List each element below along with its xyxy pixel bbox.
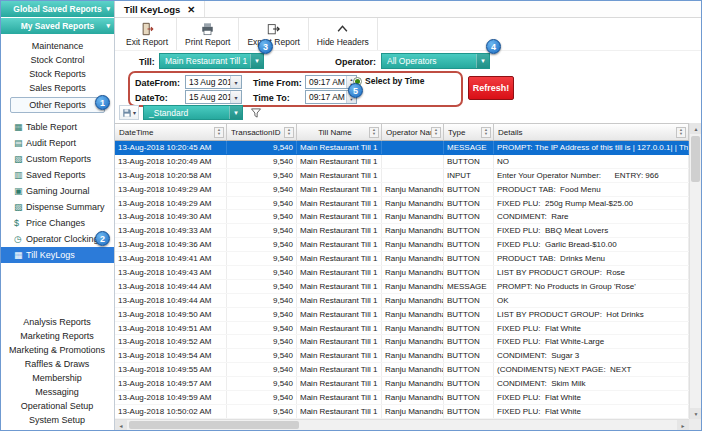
sidebar-item-maintenance[interactable]: Maintenance xyxy=(1,39,114,53)
sidebar-item-till-keylogs[interactable]: ▦Till KeyLogs xyxy=(1,247,114,263)
sort-filter-icon[interactable]: ▲▼ xyxy=(214,127,224,138)
callout-1: 1 xyxy=(95,95,110,110)
table-row[interactable]: 13-Aug-2018 10:49:50 AM9,540Main Restaur… xyxy=(115,308,689,322)
tab-till-keylogs[interactable]: Till KeyLogs ✕ xyxy=(115,1,205,17)
table-row[interactable]: 13-Aug-2018 10:49:36 AM9,540Main Restaur… xyxy=(115,238,689,252)
operator-dropdown[interactable]: All Operators ▾ xyxy=(381,53,490,69)
table-row[interactable]: 13-Aug-2018 10:49:33 AM9,540Main Restaur… xyxy=(115,224,689,238)
export-report-button[interactable]: Export Report xyxy=(239,18,308,50)
sidebar-header-my-saved-reports[interactable]: My Saved Reports ▾ xyxy=(1,18,114,34)
sidebar-item-stock-reports[interactable]: Stock Reports xyxy=(1,67,114,81)
sidebar-item-membership[interactable]: Membership xyxy=(1,371,113,385)
table-row[interactable]: 13-Aug-2018 10:20:58 AM9,540Main Restaur… xyxy=(115,169,689,183)
scroll-left-icon[interactable]: ◄ xyxy=(115,420,127,431)
hide-headers-button[interactable]: Hide Headers xyxy=(309,18,378,50)
sidebar-item-raffles-draws[interactable]: Raffles & Draws xyxy=(1,357,113,371)
table-row[interactable]: 13-Aug-2018 10:49:51 AM9,540Main Restaur… xyxy=(115,322,689,336)
table-row[interactable]: 13-Aug-2018 10:49:30 AM9,540Main Restaur… xyxy=(115,210,689,224)
cell-transaction-id: 9,540 xyxy=(227,377,297,390)
sort-filter-icon[interactable]: ▲▼ xyxy=(676,127,686,138)
table-row[interactable]: 13-Aug-2018 10:49:44 AM9,540Main Restaur… xyxy=(115,294,689,308)
exit-report-button[interactable]: Exit Report xyxy=(118,18,177,50)
cell-datetime: 13-Aug-2018 10:20:45 AM xyxy=(115,141,227,154)
sidebar-item-marketing-promotions[interactable]: Marketing & Promotions xyxy=(1,343,113,357)
table-row[interactable]: 13-Aug-2018 10:49:59 AM9,540Main Restaur… xyxy=(115,391,689,405)
table-row[interactable]: 13-Aug-2018 10:49:29 AM9,540Main Restaur… xyxy=(115,183,689,197)
vertical-scrollbar[interactable]: ▲ ▼ xyxy=(689,123,701,419)
sidebar-item-dispense-summary[interactable]: ▨Dispense Summary xyxy=(1,199,114,215)
table-row[interactable]: 13-Aug-2018 10:49:44 AM9,540Main Restaur… xyxy=(115,280,689,294)
date-from-label: DateFrom: xyxy=(135,78,180,88)
column-header-datetime[interactable]: DateTime▲▼ xyxy=(115,123,227,141)
sidebar: Global Saved Reports ▾ My Saved Reports … xyxy=(1,1,115,430)
table-row[interactable]: 13-Aug-2018 10:20:49 AM9,540Main Restaur… xyxy=(115,155,689,169)
operator-value: All Operators xyxy=(382,56,476,66)
sort-filter-icon[interactable]: ▲▼ xyxy=(481,127,491,138)
scroll-up-icon[interactable]: ▲ xyxy=(690,123,702,134)
table-row[interactable]: 13-Aug-2018 10:49:43 AM9,540Main Restaur… xyxy=(115,266,689,280)
table-row[interactable]: 13-Aug-2018 10:49:54 AM9,540Main Restaur… xyxy=(115,349,689,363)
sidebar-item-gaming-journal[interactable]: ▣Gaming Journal xyxy=(1,183,114,199)
cell-datetime: 13-Aug-2018 10:49:52 AM xyxy=(115,335,227,348)
sidebar-item-marketing-reports[interactable]: Marketing Reports xyxy=(1,329,113,343)
filter-funnel-button[interactable] xyxy=(249,105,263,120)
sidebar-item-stock-control[interactable]: Stock Control xyxy=(1,53,114,67)
layout-dropdown[interactable]: _Standard ▾ xyxy=(143,105,243,120)
refresh-button[interactable]: Refresh! xyxy=(468,76,514,100)
cell-till-name: Main Restaurant Till 1 xyxy=(297,155,382,168)
cell-operator-name: Ranju Manandhar xyxy=(382,210,444,223)
column-header-transactionid[interactable]: TransactionID▲▼ xyxy=(227,123,297,141)
date-from-picker[interactable]: 13 Aug 2018 ▾ xyxy=(185,75,242,89)
cell-till-name: Main Restaurant Till 1 xyxy=(297,210,382,223)
sidebar-header-global-saved-reports[interactable]: Global Saved Reports ▾ xyxy=(1,1,114,17)
horizontal-scrollbar[interactable]: ◄ ► xyxy=(115,419,689,430)
table-row[interactable]: 13-Aug-2018 10:49:55 AM9,540Main Restaur… xyxy=(115,363,689,377)
table-row[interactable]: 13-Aug-2018 10:49:29 AM9,540Main Restaur… xyxy=(115,197,689,211)
table-row[interactable]: 13-Aug-2018 10:50:02 AM9,540Main Restaur… xyxy=(115,405,689,419)
column-header-details[interactable]: Details▲▼ xyxy=(494,123,689,141)
cell-details: LIST BY PRODUCT GROUP: Hot Drinks xyxy=(494,308,689,321)
select-by-time-radio[interactable]: Select by Time xyxy=(353,76,424,86)
save-layout-button[interactable]: ▾ xyxy=(119,105,139,120)
cell-operator-name xyxy=(382,155,444,168)
cell-datetime: 13-Aug-2018 10:49:29 AM xyxy=(115,197,227,210)
date-to-picker[interactable]: 15 Aug 2018 ▾ xyxy=(185,90,242,104)
table-row[interactable]: 13-Aug-2018 10:49:52 AM9,540Main Restaur… xyxy=(115,335,689,349)
sidebar-item-custom-reports[interactable]: ▧Custom Reports xyxy=(1,151,114,167)
sidebar-item-messaging[interactable]: Messaging xyxy=(1,385,113,399)
tab-title: Till KeyLogs xyxy=(124,4,180,15)
sidebar-item-table-report[interactable]: ▦Table Report xyxy=(1,119,114,135)
horizontal-scroll-thumb[interactable] xyxy=(129,421,299,429)
sidebar-item-sales-reports[interactable]: Sales Reports xyxy=(1,81,114,95)
cell-transaction-id: 9,540 xyxy=(227,308,297,321)
sidebar-item-analysis-reports[interactable]: Analysis Reports xyxy=(1,315,113,329)
till-dropdown[interactable]: Main Restaurant Till 1 ▾ xyxy=(159,53,264,69)
cell-details: CONDIMENT: Skim Milk xyxy=(494,377,689,390)
cell-datetime: 13-Aug-2018 10:49:55 AM xyxy=(115,363,227,376)
sidebar-item-audit-report[interactable]: ▤Audit Report xyxy=(1,135,114,151)
table-row[interactable]: 13-Aug-2018 10:49:41 AM9,540Main Restaur… xyxy=(115,252,689,266)
column-header-type[interactable]: Type▲▼ xyxy=(444,123,494,141)
vertical-scroll-thumb[interactable] xyxy=(691,136,700,182)
sort-filter-icon[interactable]: ▲▼ xyxy=(284,127,294,138)
sidebar-item-label: Gaming Journal xyxy=(26,186,90,196)
table-row[interactable]: 13-Aug-2018 10:20:45 AM9,540Main Restaur… xyxy=(115,141,689,155)
column-header-operator-name[interactable]: Operator Name▲▼ xyxy=(382,123,444,141)
sidebar-item-other-reports[interactable]: Other Reports xyxy=(10,97,105,113)
cell-operator-name: Ranju Manandhar xyxy=(382,405,444,418)
column-header-till-name[interactable]: Till Name▲▼ xyxy=(297,123,382,141)
table-row[interactable]: 13-Aug-2018 10:49:57 AM9,540Main Restaur… xyxy=(115,377,689,391)
sidebar-item-saved-reports[interactable]: ▥Saved Reports xyxy=(1,167,114,183)
sort-filter-icon[interactable]: ▲▼ xyxy=(431,127,441,138)
cell-type: MESSAGE xyxy=(444,280,494,293)
close-icon[interactable]: ✕ xyxy=(187,4,195,15)
cell-till-name: Main Restaurant Till 1 xyxy=(297,363,382,376)
scroll-down-icon[interactable]: ▼ xyxy=(690,408,702,419)
print-report-button[interactable]: Print Report xyxy=(177,18,239,50)
sort-filter-icon[interactable]: ▲▼ xyxy=(369,127,379,138)
scroll-right-icon[interactable]: ► xyxy=(677,420,689,431)
sidebar-item-price-changes[interactable]: $Price Changes xyxy=(1,215,114,231)
sidebar-item-system-setup[interactable]: System Setup xyxy=(1,413,113,427)
sidebar-item-operational-setup[interactable]: Operational Setup xyxy=(1,399,113,413)
cell-transaction-id: 9,540 xyxy=(227,238,297,251)
